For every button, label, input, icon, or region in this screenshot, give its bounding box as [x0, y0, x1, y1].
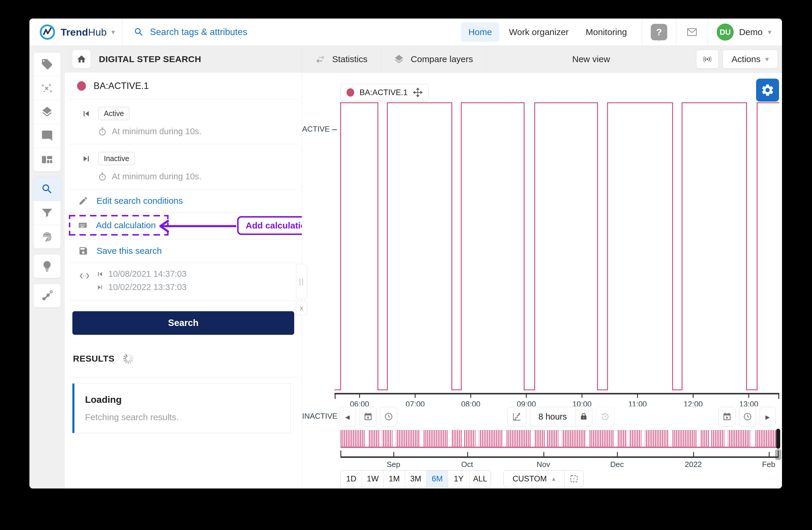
nav-monitoring[interactable]: Monitoring [579, 23, 634, 42]
inbox-button[interactable] [685, 26, 699, 38]
svg-text:07:00: 07:00 [406, 400, 425, 406]
sidebar-group [33, 283, 61, 308]
save-icon [78, 246, 88, 256]
zoom-preset-1w[interactable]: 1W [362, 471, 383, 487]
loading-spinner-icon [121, 352, 135, 365]
custom-range-button[interactable]: CUSTOM ▴ [504, 471, 564, 487]
chart-settings-button[interactable] [756, 79, 779, 101]
trendhub-brand-menu[interactable]: TrendHub ▾ [29, 24, 122, 41]
digital-step-chart[interactable]: 06:0007:0008:0009:0010:0011:0012:0013:00 [334, 99, 779, 406]
time-range-row[interactable]: 10/08/2021 14:37:03 10/02/2022 13:37:03 [68, 263, 298, 301]
live-mode-button[interactable] [696, 50, 719, 69]
start-calendar-button[interactable] [360, 407, 377, 426]
save-this-search-link[interactable]: Save this search [68, 239, 298, 263]
avatar: DU [717, 24, 734, 41]
search-placeholder: Search tags & attributes [150, 27, 247, 38]
start-time-button[interactable] [380, 407, 397, 426]
chevron-down-icon: ▾ [112, 28, 115, 36]
home-icon [76, 54, 87, 64]
time-range-icon [79, 270, 90, 281]
panel-resize-handle[interactable] [296, 264, 307, 299]
edit-search-conditions-link[interactable]: Edit search conditions [68, 189, 298, 213]
end-time-button[interactable] [739, 407, 756, 426]
top-bar: TrendHub ▾ Search tags & attributes Home… [29, 18, 782, 46]
search-button[interactable]: Search [72, 311, 294, 335]
range-start-icon [97, 270, 104, 278]
skip-to-end-icon [82, 154, 91, 163]
zoom-preset-3m[interactable]: 3M [405, 471, 426, 487]
condition-inactive: Inactive At minimum during 10s. [68, 144, 298, 189]
sidebar-item-search[interactable] [33, 177, 61, 201]
duration-value[interactable]: 8 hours [530, 407, 575, 426]
compare-layers-button[interactable]: Compare layers [381, 46, 486, 72]
chevron-up-icon: ▴ [552, 475, 555, 483]
step-trend-icon [512, 412, 522, 421]
timeline-label: Dec [610, 460, 624, 469]
pan-left-button[interactable]: ◂ [339, 407, 356, 426]
panel-close-button[interactable] [296, 301, 307, 315]
overview-strip[interactable] [340, 430, 779, 448]
step-trend-button[interactable] [508, 407, 526, 426]
nav-work-organizer[interactable]: Work organizer [502, 23, 576, 42]
actions-button[interactable]: Actions ▾ [723, 50, 778, 69]
pan-right-button[interactable]: ▸ [760, 407, 775, 426]
state-chip[interactable]: Inactive [98, 152, 135, 165]
sidebar-item-filter[interactable] [33, 201, 61, 225]
sidebar-item-dashboard[interactable] [33, 148, 61, 171]
expand-range-button[interactable] [564, 471, 583, 487]
end-calendar-button[interactable] [719, 407, 736, 426]
range-end-value: 10/02/2022 13:37:03 [108, 282, 187, 292]
annotation-arrow [157, 219, 238, 233]
lock-duration-button[interactable] [575, 407, 592, 426]
timeline-label: 2022 [685, 460, 702, 469]
timeline-label: Sep [387, 460, 400, 469]
tag-row[interactable]: BA:ACTIVE.1 [68, 72, 298, 99]
sidebar-item-comment[interactable] [33, 124, 61, 148]
tag-color-dot [77, 81, 86, 91]
svg-text:08:00: 08:00 [461, 400, 480, 406]
state-chip[interactable]: Active [98, 107, 129, 120]
svg-text:06:00: 06:00 [350, 400, 369, 406]
home-button[interactable] [72, 50, 91, 68]
nav-home[interactable]: Home [461, 23, 499, 42]
lock-icon [579, 412, 588, 421]
zoom-preset-all[interactable]: ALL [469, 471, 491, 487]
zoom-preset-1d[interactable]: 1D [341, 471, 362, 487]
statistics-button[interactable]: Statistics [302, 46, 381, 72]
legend-chip[interactable]: BA:ACTIVE.1 [340, 84, 429, 101]
sidebar-item-tag[interactable] [33, 52, 61, 76]
condition-active: Active At minimum during 10s. [68, 99, 298, 144]
calculator-keypad-icon [78, 220, 88, 230]
clock-icon [743, 412, 752, 421]
timeline-tick [778, 450, 779, 456]
global-search-input[interactable]: Search tags & attributes [122, 27, 461, 38]
zoom-preset-6m[interactable]: 6M [426, 471, 448, 487]
account-menu[interactable]: DU Demo ▾ [708, 24, 782, 41]
search-icon [133, 27, 144, 38]
layers-icon [394, 54, 404, 65]
history-icon [600, 412, 610, 421]
svg-text:×: × [50, 89, 52, 94]
help-button[interactable]: ? [651, 24, 667, 40]
zoom-preset-1m[interactable]: 1M [383, 471, 405, 487]
chevron-down-icon: ▾ [765, 55, 769, 63]
timeline-tick [467, 452, 468, 456]
timeline-tick [393, 452, 394, 456]
legend-color-dot [347, 88, 354, 97]
sidebar-item-lightbulb[interactable] [33, 254, 61, 278]
tag-name: BA:ACTIVE.1 [93, 81, 149, 91]
tool-sidebar: ÷×+−× [29, 46, 65, 488]
filter-icon [41, 207, 53, 219]
lightbulb-icon [41, 260, 53, 273]
timeline-label: Oct [461, 460, 473, 469]
sidebar-item-fingerprint[interactable] [33, 225, 61, 249]
zoom-preset-1y[interactable]: 1Y [448, 471, 469, 487]
overview-baseline [341, 447, 779, 448]
sidebar-item-context[interactable] [33, 284, 61, 307]
range-end-icon [97, 284, 104, 291]
view-panel: Statistics Compare layers New view Actio… [302, 46, 782, 488]
sidebar-item-layers[interactable] [33, 100, 61, 124]
sidebar-item-calculations[interactable]: ÷×+−× [33, 76, 61, 100]
overview-scroll-handle[interactable] [776, 429, 780, 449]
add-calculation-link[interactable]: Add calculation [69, 215, 169, 236]
